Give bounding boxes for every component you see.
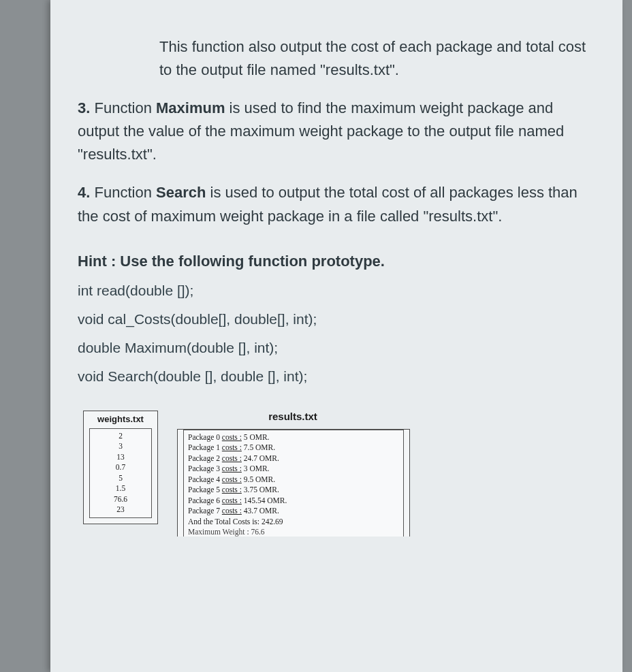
result-row: Package 3 costs : 3 OMR. [188,464,399,475]
prototype-3: double Maximum(double [], int); [78,340,595,356]
prototype-1: int read(double []); [78,283,595,299]
weight-row: 76.6 [90,494,151,505]
result-total: And the Total Costs is: 242.69 [188,517,399,528]
weight-row: 5 [90,473,151,484]
results-file-title: results.txt [177,411,409,422]
result-row: Package 7 costs : 43.7 OMR. [188,506,399,517]
weight-row: 2 [90,431,151,442]
result-row: Package 4 costs : 9.5 OMR. [188,475,399,485]
result-row: Package 0 costs : 5 OMR. [188,432,399,443]
hint-block: Hint : Use the following function protot… [78,253,595,385]
intro-paragraph: This function also output the cost of ea… [159,35,595,82]
item-4-function-name: Search [156,184,206,201]
files-area: weights.txt 2 3 13 0.7 5 1.5 76.6 23 res… [83,411,595,537]
item-3-pre: Function [94,99,156,116]
prototype-2: void cal_Costs(double[], double[], int); [78,311,595,327]
result-cutoff: Maximum Weight : 76.6 [188,527,399,537]
hint-title: Hint : Use the following function protot… [78,253,595,270]
weight-row: 13 [90,452,151,463]
results-values: Package 0 costs : 5 OMR. Package 1 costs… [183,430,404,537]
weight-row: 0.7 [90,462,151,473]
result-row: Package 2 costs : 24.7 OMR. [188,453,399,464]
weight-row: 1.5 [90,483,151,494]
weight-row: 3 [90,441,151,452]
item-4-number: 4. [78,184,90,201]
weight-row: 23 [90,505,151,515]
item-3-number: 3. [78,99,90,116]
results-column: results.txt Package 0 costs : 5 OMR. Pac… [177,411,410,537]
result-row: Package 6 costs : 145.54 OMR. [188,496,399,507]
weights-file-box: weights.txt 2 3 13 0.7 5 1.5 76.6 23 [83,411,158,524]
item-4-pre: Function [94,184,156,201]
prototype-4: void Search(double [], double [], int); [78,368,595,385]
document-page: This function also output the cost of ea… [50,0,622,672]
weights-values: 2 3 13 0.7 5 1.5 76.6 23 [89,428,152,518]
result-row: Package 5 costs : 3.75 OMR. [188,485,399,496]
results-file-box: Package 0 costs : 5 OMR. Package 1 costs… [177,429,410,537]
item-3-function-name: Maximum [156,99,225,116]
item-3-paragraph: 3. Function Maximum is used to find the … [78,97,595,166]
item-4-paragraph: 4. Function Search is used to output the… [78,181,595,227]
weights-file-title: weights.txt [84,411,157,428]
result-row: Package 1 costs : 7.5 OMR. [188,443,399,453]
